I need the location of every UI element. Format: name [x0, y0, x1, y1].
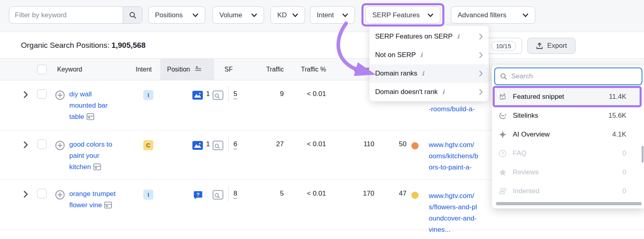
serp-preview-icon[interactable]	[213, 90, 223, 100]
intent-badge[interactable]: I	[143, 90, 153, 100]
intent-badge[interactable]: C	[143, 140, 153, 150]
volume-filter-button[interactable]: Volume	[213, 6, 264, 24]
info-icon[interactable]: i	[420, 51, 423, 59]
positions-filter-button[interactable]: Positions	[148, 6, 205, 24]
keyword-filter-input[interactable]	[9, 7, 123, 23]
traffic-pct-value: < 0.01	[288, 90, 326, 98]
chevron-right-icon	[479, 70, 483, 77]
chevron-down-icon	[251, 13, 257, 17]
serp-snapshot-mini-icon	[93, 163, 101, 170]
kd-difficulty-dot	[411, 192, 419, 199]
cell-divider	[228, 136, 229, 152]
search-icon	[129, 11, 137, 19]
keyword-link[interactable]: orange trumpet flower vine	[69, 188, 117, 211]
position-value: 1	[206, 90, 210, 98]
row-checkbox[interactable]	[37, 139, 47, 149]
serp-features-submenu: Featured snippet 11.4K Sitelinks 15.6K A…	[492, 65, 644, 208]
kd-filter-label: KD	[277, 11, 287, 19]
kd-value: 47	[378, 190, 407, 198]
sf-count[interactable]: 6	[233, 140, 237, 148]
vertical-scrollbar[interactable]	[642, 146, 644, 163]
svg-text:?: ?	[502, 151, 504, 156]
chevron-down-icon	[292, 13, 298, 17]
horizontal-scrollbar[interactable]	[496, 202, 642, 205]
column-header-traffic[interactable]: Traffic	[252, 66, 284, 73]
submenu-item-sitelinks[interactable]: Sitelinks 15.6K	[492, 106, 644, 125]
ai-overview-icon	[498, 131, 507, 139]
submenu-items: Featured snippet 11.4K Sitelinks 15.6K A…	[492, 87, 644, 200]
positions-filter-label: Positions	[155, 11, 183, 19]
columns-count-badge: 10/15	[491, 41, 516, 51]
submenu-item-faq: ? FAQ 0	[492, 144, 644, 163]
expand-row-icon[interactable]	[23, 91, 28, 98]
image-pack-icon	[192, 91, 203, 100]
column-header-traffic-pct[interactable]: Traffic %	[288, 66, 326, 73]
traffic-value: 5	[252, 190, 284, 198]
menu-item-not-on-serp[interactable]: Not on SERP i	[369, 46, 489, 64]
menu-item-domain-doesnt-rank[interactable]: Domain doesn't rank i	[369, 83, 489, 101]
menu-item-serp-features-on-serp[interactable]: SERP Features on SERP i	[369, 27, 489, 46]
volume-filter-label: Volume	[219, 11, 242, 19]
export-button[interactable]: Export	[527, 38, 576, 54]
column-header-intent[interactable]: Intent	[136, 66, 152, 73]
reviews-icon	[498, 168, 507, 176]
organic-research-page: Positions Volume KD Intent SERP Features…	[0, 0, 644, 239]
indented-icon	[498, 188, 507, 195]
column-header-position[interactable]: Position	[167, 66, 202, 73]
chevron-right-icon	[479, 33, 483, 40]
column-header-volume[interactable]: Volume	[338, 66, 374, 73]
keyword-link[interactable]: good colors to paint your kitchen	[69, 139, 117, 173]
row-checkbox[interactable]	[37, 189, 47, 198]
chevron-down-icon	[192, 13, 198, 17]
keyword-search-button[interactable]	[123, 7, 142, 23]
kd-value: 50	[378, 140, 407, 148]
row-checkbox[interactable]	[37, 89, 47, 99]
traffic-pct-value: < 0.01	[288, 140, 326, 148]
sf-count[interactable]: 5	[233, 90, 237, 98]
column-header-keyword[interactable]: Keyword	[57, 66, 82, 73]
chevron-right-icon	[479, 52, 483, 58]
select-all-checkbox[interactable]	[37, 65, 47, 74]
column-header-sf[interactable]: SF	[221, 66, 237, 73]
advanced-filters-button[interactable]: Advanced filters	[451, 6, 535, 24]
submenu-item-featured-snippet[interactable]: Featured snippet 11.4K	[492, 87, 644, 106]
kd-filter-button[interactable]: KD	[270, 6, 305, 24]
sf-count[interactable]: 8	[233, 190, 237, 198]
image-pack-icon	[192, 141, 203, 150]
intent-filter-button[interactable]: Intent	[310, 6, 355, 24]
menu-item-domain-ranks[interactable]: Domain ranks i	[369, 64, 489, 83]
expand-row-icon[interactable]	[23, 141, 28, 149]
cell-divider	[228, 86, 229, 102]
traffic-pct-value: < 0.01	[288, 190, 326, 198]
faq-icon: ?	[498, 149, 507, 157]
submenu-item-ai-overview[interactable]: AI Overview 4.1K	[492, 125, 644, 144]
add-keyword-icon[interactable]	[55, 141, 65, 150]
volume-value: 110	[338, 140, 374, 148]
advanced-filters-label: Advanced filters	[458, 11, 506, 19]
position-value: 1	[206, 140, 210, 148]
expand-row-icon[interactable]	[23, 190, 28, 198]
manage-columns-button[interactable]: 10/15	[485, 38, 522, 54]
ranking-url-link[interactable]: www.hgtv.com/ ooms/kitchens/b ors-to-pai…	[429, 139, 491, 173]
chevron-down-icon	[427, 13, 433, 17]
ranking-url-link[interactable]: www.hgtv.com/ s/flowers-and-pl oundcover…	[429, 190, 491, 235]
serp-preview-icon[interactable]	[213, 141, 223, 150]
serp-features-filter-button[interactable]: SERP Features	[365, 6, 440, 24]
info-icon[interactable]: i	[422, 70, 424, 77]
intent-badge[interactable]: I	[143, 190, 153, 200]
traffic-value: 27	[252, 140, 284, 148]
submenu-search-field	[494, 67, 642, 85]
chevron-right-icon	[479, 89, 483, 95]
featured-snippet-icon	[498, 93, 507, 100]
keyword-filter-field	[9, 6, 142, 24]
svg-text:?: ?	[196, 192, 200, 198]
people-also-ask-icon: ?	[193, 190, 203, 200]
add-keyword-icon[interactable]	[55, 90, 65, 100]
info-icon[interactable]: i	[457, 33, 459, 40]
add-keyword-icon[interactable]	[55, 190, 65, 200]
info-icon[interactable]: i	[442, 88, 444, 96]
submenu-search-input[interactable]	[511, 72, 637, 80]
serp-preview-icon[interactable]	[213, 190, 223, 200]
keyword-link[interactable]: diy wall mounted bar table	[69, 89, 117, 123]
report-title-text: Organic Search Positions:	[21, 41, 109, 49]
